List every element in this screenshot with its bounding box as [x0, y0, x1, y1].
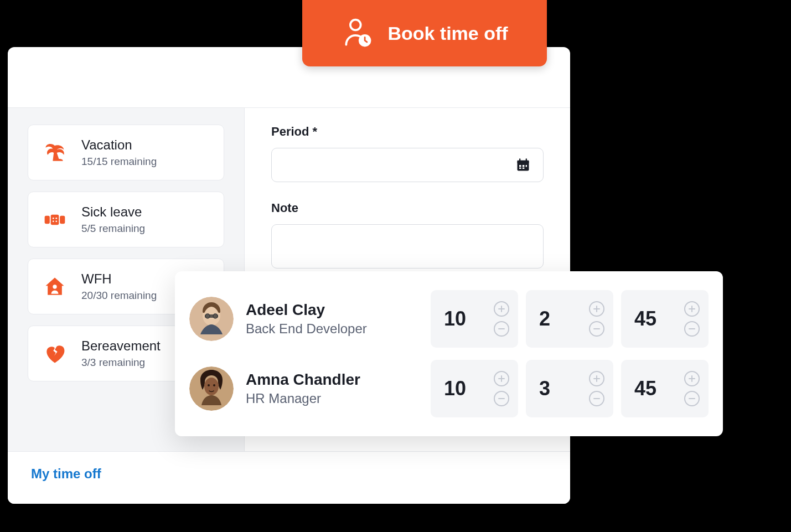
home-person-icon [42, 273, 68, 300]
leave-type-title: Vacation [81, 137, 157, 153]
svg-point-6 [55, 217, 57, 219]
people-allocation-card: Adeel Clay Back End Developer 10 2 45 [175, 271, 723, 436]
increment-button[interactable] [494, 301, 509, 317]
svg-rect-18 [523, 168, 525, 169]
svg-rect-12 [519, 158, 520, 162]
person-clock-icon [341, 17, 374, 50]
svg-point-27 [213, 384, 215, 386]
stat-box: 3 [526, 360, 613, 417]
note-input[interactable] [271, 224, 544, 268]
person-role: Back End Developer [246, 321, 418, 337]
svg-rect-4 [51, 214, 59, 224]
person-name: Amna Chandler [246, 371, 418, 389]
banner-label: Book time off [387, 23, 508, 44]
my-time-off-link[interactable]: My time off [31, 466, 101, 481]
leave-type-sick[interactable]: Sick leave 5/5 remaining [28, 192, 224, 247]
book-time-off-banner[interactable]: Book time off [302, 0, 547, 66]
stat-value: 10 [444, 307, 466, 330]
svg-rect-17 [519, 168, 521, 169]
person-role: HR Manager [246, 391, 418, 406]
period-label: Period * [271, 125, 544, 139]
broken-heart-icon [42, 340, 68, 367]
period-input[interactable] [271, 148, 544, 182]
leave-type-remaining: 3/3 remaining [81, 357, 161, 369]
leave-type-remaining: 20/30 remaining [81, 290, 157, 302]
leave-type-title: WFH [81, 271, 157, 287]
decrement-button[interactable] [684, 391, 700, 406]
svg-rect-3 [60, 215, 65, 224]
svg-rect-16 [526, 165, 527, 167]
decrement-button[interactable] [684, 321, 700, 337]
svg-rect-15 [523, 165, 525, 167]
decrement-button[interactable] [589, 321, 604, 337]
avatar [189, 366, 234, 411]
stat-box: 45 [621, 360, 709, 417]
person-row: Adeel Clay Back End Developer 10 2 45 [189, 290, 709, 348]
increment-button[interactable] [589, 371, 604, 386]
decrement-button[interactable] [589, 391, 604, 406]
svg-rect-2 [45, 215, 50, 224]
stat-box: 2 [526, 290, 613, 348]
increment-button[interactable] [494, 371, 509, 386]
palm-tree-icon [42, 140, 68, 166]
leave-type-title: Sick leave [81, 204, 145, 220]
stat-value: 45 [634, 307, 656, 330]
person-name: Adeel Clay [246, 301, 418, 319]
svg-rect-21 [205, 314, 218, 318]
person-row: Amna Chandler HR Manager 10 3 45 [189, 360, 709, 417]
stat-box: 10 [431, 360, 518, 417]
stat-value: 2 [539, 307, 550, 330]
svg-rect-11 [518, 161, 529, 163]
bandage-icon [42, 206, 68, 233]
increment-button[interactable] [589, 301, 604, 317]
increment-button[interactable] [684, 371, 700, 386]
svg-point-0 [350, 20, 361, 30]
stat-box: 45 [621, 290, 709, 348]
stat-value: 45 [634, 377, 656, 400]
svg-point-7 [53, 220, 54, 222]
note-label: Note [271, 201, 544, 215]
svg-rect-13 [526, 158, 527, 162]
svg-rect-14 [519, 165, 521, 167]
leave-type-vacation[interactable]: Vacation 15/15 remaining [28, 125, 224, 180]
stat-box: 10 [431, 290, 518, 348]
card-footer: My time off [8, 451, 570, 504]
stat-value: 10 [444, 377, 466, 400]
leave-type-remaining: 15/15 remaining [81, 156, 157, 168]
svg-point-26 [208, 384, 210, 386]
decrement-button[interactable] [494, 321, 509, 337]
increment-button[interactable] [684, 301, 700, 317]
svg-point-5 [53, 217, 54, 219]
calendar-icon [515, 157, 531, 173]
note-field: Note [271, 201, 544, 268]
avatar [189, 297, 234, 341]
svg-point-25 [204, 378, 219, 395]
leave-type-title: Bereavement [81, 338, 161, 354]
period-field: Period * [271, 125, 544, 182]
svg-point-9 [53, 285, 56, 288]
leave-type-remaining: 5/5 remaining [81, 223, 145, 235]
decrement-button[interactable] [494, 391, 509, 406]
stat-value: 3 [539, 377, 550, 400]
svg-point-8 [55, 220, 57, 222]
